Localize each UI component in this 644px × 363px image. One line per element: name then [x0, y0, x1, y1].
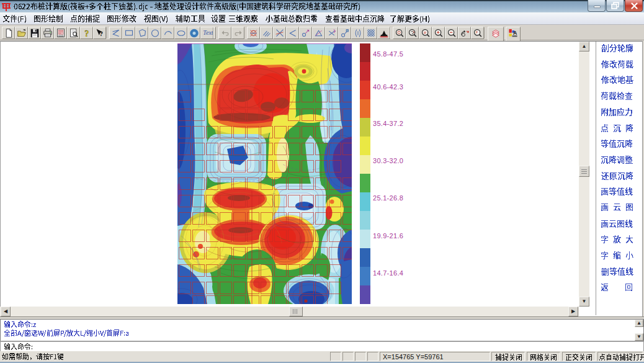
- svg-text:F: F: [476, 30, 478, 34]
- svg-text:?: ?: [99, 30, 102, 37]
- svg-text:A: A: [513, 30, 517, 36]
- svg-text:?: ?: [84, 29, 89, 38]
